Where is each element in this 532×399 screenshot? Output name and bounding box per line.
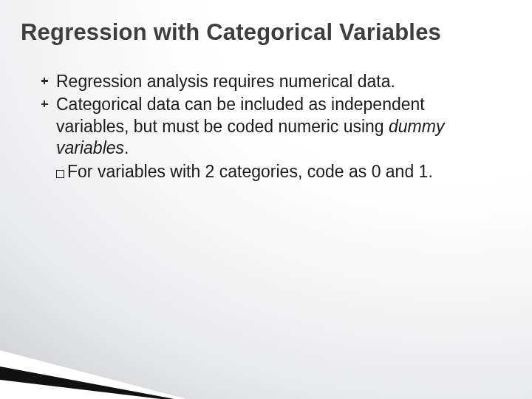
slide: Regression with Categorical Variables Re… — [0, 0, 532, 399]
sub-bullet-text: For variables with 2 categories, code as… — [67, 162, 433, 181]
bullet-item: Categorical data can be included as inde… — [41, 94, 488, 159]
corner-decoration — [0, 318, 214, 399]
svg-marker-2 — [0, 380, 161, 399]
bullet-item: Regression analysis requires numerical d… — [41, 71, 488, 92]
slide-title: Regression with Categorical Variables — [21, 19, 511, 46]
square-icon — [56, 170, 64, 178]
bullet-text-after: . — [124, 138, 129, 157]
slide-body: Regression analysis requires numerical d… — [41, 71, 488, 183]
dagger-icon — [41, 78, 48, 84]
bullet-text: Categorical data can be included as inde… — [56, 95, 425, 135]
svg-marker-0 — [0, 350, 186, 399]
sub-bullet-item: For variables with 2 categories, code as… — [41, 161, 488, 183]
svg-marker-1 — [0, 366, 174, 399]
dagger-icon — [41, 100, 48, 107]
bullet-text: Regression analysis requires numerical d… — [56, 72, 395, 91]
